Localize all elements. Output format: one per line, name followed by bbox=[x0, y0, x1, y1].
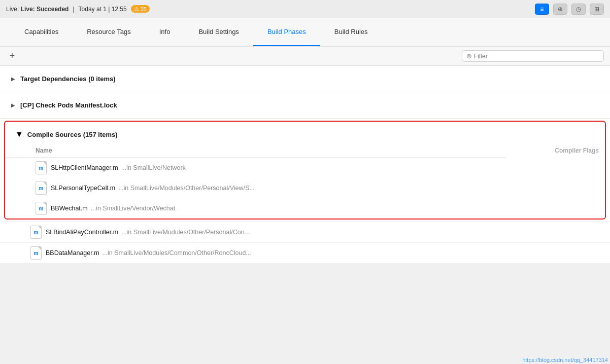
toolbar-left: + bbox=[6, 50, 18, 62]
top-bar-status: Live: Live: Succeeded | Today at 1 | 12:… bbox=[6, 5, 150, 13]
file-row-2[interactable]: m SLPersonalTypeCell.m ...in SmallLive/M… bbox=[5, 178, 506, 198]
file-path: ...in SmallLive/Modules/Other/Personal/C… bbox=[121, 229, 250, 236]
check-pods-title: [CP] Check Pods Manifest.lock bbox=[20, 101, 117, 109]
tab-info[interactable]: Info bbox=[145, 18, 185, 46]
target-dependencies-section: ▶ Target Dependencies (0 items) bbox=[0, 66, 610, 92]
filter-input[interactable] bbox=[474, 53, 599, 60]
compile-sources-header[interactable]: ▼ Compile Sources (157 items) bbox=[5, 122, 605, 145]
file-icon: m bbox=[36, 161, 47, 174]
file-path: ...in SmallLive/Network bbox=[121, 164, 186, 171]
file-name: SLBindAliPayController.m bbox=[46, 229, 118, 236]
table-row[interactable]: m SLPersonalTypeCell.m ...in SmallLive/M… bbox=[5, 178, 605, 198]
grid-icon-btn[interactable]: ⊞ bbox=[590, 4, 604, 15]
target-dependencies-title: Target Dependencies (0 items) bbox=[20, 75, 116, 83]
toolbar: + ⊜ bbox=[0, 47, 610, 66]
tab-capabilities[interactable]: Capabilities bbox=[10, 18, 73, 46]
file-icon: m bbox=[36, 181, 47, 195]
warning-badge: ⚠ 35 bbox=[131, 5, 150, 13]
tab-build-phases[interactable]: Build Phases bbox=[253, 18, 320, 46]
file-row-1[interactable]: m SLHttpClientManager.m ...in SmallLive/… bbox=[5, 158, 506, 178]
file-icon: m bbox=[30, 226, 42, 239]
compile-sources-section: ▼ Compile Sources (157 items) Name Compi… bbox=[4, 121, 606, 220]
name-column-header: Name bbox=[5, 145, 506, 158]
top-bar: Live: Live: Succeeded | Today at 1 | 12:… bbox=[0, 0, 610, 18]
globe-icon-btn[interactable]: ⊕ bbox=[553, 4, 567, 15]
outer-file-row-2[interactable]: m BBDataManager.m ...in SmallLive/Module… bbox=[0, 243, 610, 264]
file-name: SLHttpClientManager.m bbox=[51, 164, 118, 171]
file-name: SLPersonalTypeCell.m bbox=[51, 185, 115, 192]
tab-build-settings[interactable]: Build Settings bbox=[184, 18, 253, 46]
file-path: ...in SmallLive/Vendor/Wechat bbox=[91, 205, 176, 212]
triangle-open-icon: ▼ bbox=[15, 130, 23, 139]
flags-column-header: Compiler Flags bbox=[506, 145, 605, 158]
file-icon: m bbox=[36, 202, 47, 215]
triangle-icon: ▶ bbox=[10, 102, 16, 108]
live-status: Live: Live: Succeeded bbox=[6, 6, 69, 13]
table-row[interactable]: m BBWechat.m ...in SmallLive/Vendor/Wech… bbox=[5, 198, 605, 219]
files-table: Name Compiler Flags m SLHttpClientManage… bbox=[5, 145, 605, 219]
file-path: ...in SmallLive/Modules/Common/Other/Ron… bbox=[103, 249, 251, 257]
file-icon: m bbox=[30, 246, 42, 260]
check-pods-section: ▶ [CP] Check Pods Manifest.lock bbox=[0, 92, 610, 119]
lines-icon-btn[interactable]: ≡ bbox=[535, 4, 549, 15]
table-row[interactable]: m SLHttpClientManager.m ...in SmallLive/… bbox=[5, 158, 605, 178]
main-content: ▶ Target Dependencies (0 items) ▶ [CP] C… bbox=[0, 66, 610, 264]
timestamp: Today at 1 | 12:55 bbox=[79, 6, 127, 13]
filter-icon: ⊜ bbox=[466, 52, 472, 60]
add-button[interactable]: + bbox=[6, 50, 18, 62]
clock-icon-btn[interactable]: ◷ bbox=[571, 4, 586, 15]
file-path: ...in SmallLive/Modules/Other/Personal/V… bbox=[118, 185, 255, 192]
target-dependencies-header[interactable]: ▶ Target Dependencies (0 items) bbox=[0, 66, 610, 92]
triangle-icon: ▶ bbox=[10, 76, 16, 82]
file-name: BBWechat.m bbox=[51, 205, 88, 212]
filter-area[interactable]: ⊜ bbox=[462, 50, 604, 62]
file-name: BBDataManager.m bbox=[46, 249, 99, 257]
outer-file-row-1[interactable]: m SLBindAliPayController.m ...in SmallLi… bbox=[0, 222, 610, 243]
tab-resource-tags[interactable]: Resource Tags bbox=[73, 18, 145, 46]
watermark: https://blog.csdn.net/qq_34417314 bbox=[522, 357, 608, 363]
compile-sources-title: Compile Sources (157 items) bbox=[27, 131, 118, 138]
tab-build-rules[interactable]: Build Rules bbox=[320, 18, 382, 46]
check-pods-header[interactable]: ▶ [CP] Check Pods Manifest.lock bbox=[0, 92, 610, 118]
top-bar-actions: ≡ ⊕ ◷ ⊞ bbox=[535, 4, 604, 15]
outer-files-section: m SLBindAliPayController.m ...in SmallLi… bbox=[0, 222, 610, 264]
tab-bar: Capabilities Resource Tags Info Build Se… bbox=[0, 18, 610, 47]
separator: | bbox=[73, 6, 74, 13]
file-row-3[interactable]: m BBWechat.m ...in SmallLive/Vendor/Wech… bbox=[5, 198, 506, 219]
